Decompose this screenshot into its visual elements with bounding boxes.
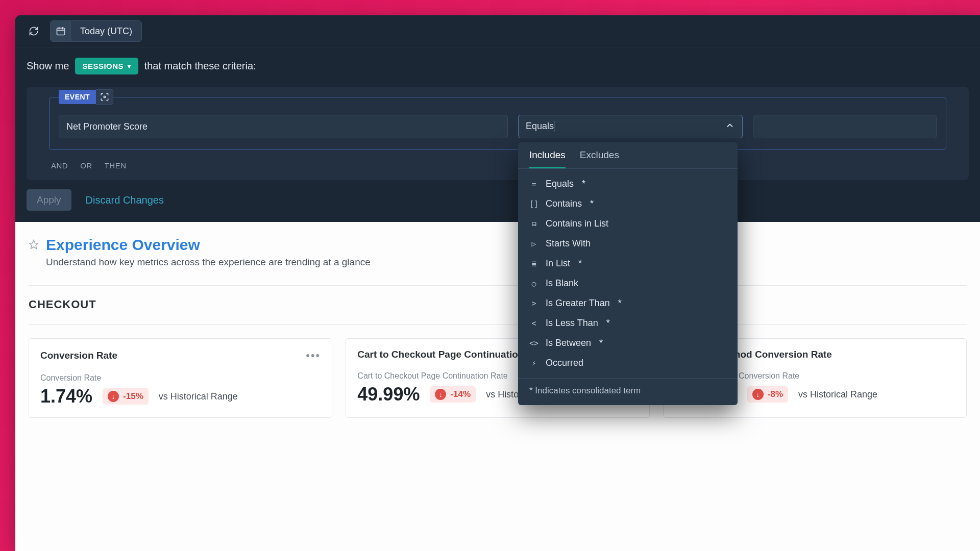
consolidated-star-icon: * (606, 318, 610, 329)
favorite-button[interactable] (29, 239, 39, 252)
trend-pill: ↓ -8% (747, 386, 788, 403)
refresh-icon (29, 26, 39, 36)
refresh-button[interactable] (23, 21, 44, 41)
arrow-down-icon: ↓ (435, 389, 446, 400)
toolbar: Today (UTC) (15, 15, 980, 47)
metric-cards-row: Conversion Rate ••• Conversion Rate 1.74… (29, 338, 967, 418)
operator-value: Equals (526, 121, 554, 131)
dropdown-footnote: * Indicates consolidated term (518, 378, 738, 401)
logic-operators: AND OR THEN (49, 161, 946, 170)
operator-option[interactable]: ⚡Occurred (518, 353, 738, 373)
date-range-label: Today (UTC) (71, 21, 141, 41)
query-prefix: Show me (27, 60, 69, 72)
operator-icon: ▷ (529, 239, 538, 248)
event-scope-button[interactable] (96, 89, 113, 105)
divider (29, 324, 967, 325)
operator-icon: ○ (529, 279, 538, 288)
card-sublabel: Conversion Rate (40, 373, 321, 383)
operator-option[interactable]: ≣In List* (518, 254, 738, 273)
operator-option-label: Contains (546, 198, 582, 209)
discard-changes-link[interactable]: Discard Changes (86, 194, 164, 206)
query-sentence: Show me SESSIONS ▾ that match these crit… (27, 58, 969, 74)
operator-option[interactable]: []Contains* (518, 194, 738, 214)
event-criterion: EVENT Net Promoter Score Equals (49, 97, 946, 150)
card-more-button[interactable]: ••• (306, 349, 321, 362)
operator-select[interactable]: Equals (518, 115, 743, 138)
event-name-value: Net Promoter Score (66, 121, 148, 132)
operator-icon: <> (529, 339, 538, 348)
chevron-up-icon (725, 120, 735, 133)
operator-icon: ≣ (529, 259, 538, 268)
date-range-button[interactable]: Today (UTC) (50, 20, 142, 42)
operator-option-label: Starts With (546, 238, 591, 249)
scope-label: SESSIONS (82, 62, 124, 70)
text-caret (554, 121, 554, 132)
calendar-icon (51, 21, 71, 41)
tab-excludes[interactable]: Excludes (580, 149, 619, 168)
query-builder: Show me SESSIONS ▾ that match these crit… (15, 47, 980, 180)
operator-dropdown: Includes Excludes =Equals*[]Contains*⊟Co… (518, 142, 738, 405)
scope-dropdown[interactable]: SESSIONS ▾ (75, 58, 138, 74)
query-suffix: that match these criteria: (144, 60, 256, 72)
operator-option[interactable]: =Equals* (518, 174, 738, 194)
trend-value: -15% (123, 391, 143, 402)
svg-point-1 (104, 96, 105, 97)
operator-option-label: Equals (546, 179, 574, 189)
consolidated-star-icon: * (582, 179, 585, 189)
operator-icon: < (529, 319, 538, 328)
crosshair-icon (100, 92, 110, 102)
card-value: 1.74% (40, 386, 92, 407)
operator-option[interactable]: >Is Greater Than* (518, 293, 738, 313)
operator-icon: ⚡ (529, 359, 538, 368)
operator-option[interactable]: <Is Less Than* (518, 313, 738, 333)
consolidated-star-icon: * (618, 298, 622, 309)
operator-option-label: Is Greater Than (546, 298, 610, 309)
operator-option[interactable]: ▷Starts With (518, 234, 738, 254)
operator-icon: = (529, 180, 538, 189)
page-subtitle: Understand how key metrics across the ex… (46, 257, 967, 268)
operator-option[interactable]: <>Is Between* (518, 333, 738, 353)
trend-pill: ↓ -14% (430, 386, 476, 403)
metric-card: Conversion Rate ••• Conversion Rate 1.74… (29, 338, 332, 418)
content-area: Experience Overview Understand how key m… (15, 222, 980, 551)
apply-button[interactable]: Apply (27, 189, 71, 211)
logic-and[interactable]: AND (51, 161, 68, 170)
divider (29, 285, 967, 286)
card-title: Conversion Rate (40, 350, 117, 361)
actions-row: Apply Discard Changes (15, 180, 980, 222)
operator-option[interactable]: ○Is Blank (518, 273, 738, 293)
page-header: Experience Overview (29, 236, 967, 254)
operator-option-label: Contains in List (546, 218, 608, 229)
tab-includes[interactable]: Includes (529, 149, 566, 168)
svg-rect-0 (57, 28, 64, 35)
consolidated-star-icon: * (599, 338, 603, 348)
value-input[interactable] (753, 115, 937, 138)
card-value: 49.99% (357, 384, 420, 405)
logic-then[interactable]: THEN (105, 161, 127, 170)
trend-value: -14% (450, 389, 471, 399)
operator-icon: [] (529, 199, 538, 209)
logic-or[interactable]: OR (80, 161, 92, 170)
trend-compare-label: vs Historical Range (798, 389, 877, 400)
trend-value: -8% (768, 389, 783, 399)
section-title: CHECKOUT (29, 298, 967, 311)
operator-option-label: Occurred (546, 358, 583, 368)
chevron-down-icon: ▾ (128, 63, 131, 70)
operator-icon: > (529, 299, 538, 308)
app-shell: Today (UTC) Show me SESSIONS ▾ that matc… (15, 15, 980, 551)
dropdown-items: =Equals*[]Contains*⊟Contains in List▷Sta… (518, 169, 738, 378)
star-icon (29, 239, 39, 249)
event-name-input[interactable]: Net Promoter Score (59, 115, 508, 138)
trend-compare-label: vs Historical Range (159, 391, 238, 402)
operator-option[interactable]: ⊟Contains in List (518, 214, 738, 234)
arrow-down-icon: ↓ (752, 389, 764, 400)
svg-marker-2 (30, 240, 38, 249)
operator-option-label: Is Blank (546, 278, 578, 289)
operator-option-label: In List (546, 258, 570, 269)
consolidated-star-icon: * (590, 198, 594, 209)
operator-icon: ⊟ (529, 219, 538, 229)
operator-option-label: Is Less Than (546, 318, 598, 329)
criteria-group: EVENT Net Promoter Score Equals (27, 87, 969, 180)
page-title: Experience Overview (46, 236, 200, 254)
event-badge: EVENT (59, 90, 96, 104)
